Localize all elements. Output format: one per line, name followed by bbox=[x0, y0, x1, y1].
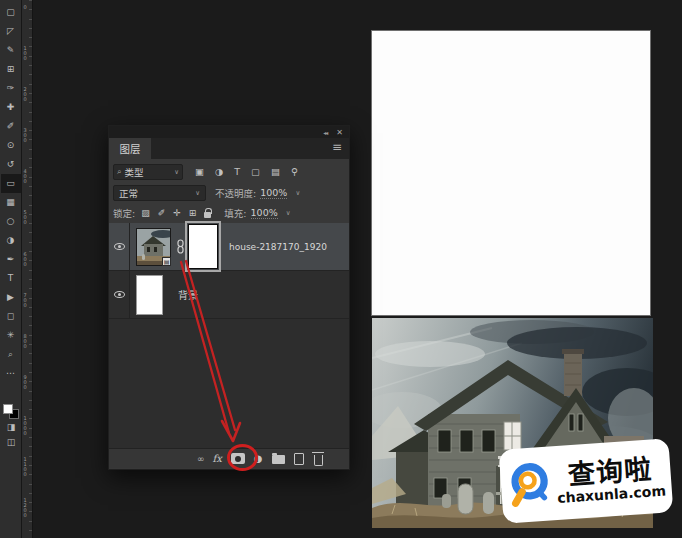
ruler-tick-slot: 500 bbox=[22, 209, 32, 250]
tool-button[interactable]: ✳ bbox=[1, 326, 21, 345]
eye-icon[interactable] bbox=[114, 243, 125, 250]
filter-icon[interactable]: T bbox=[234, 166, 240, 177]
lock-option-icon[interactable]: ⊞ bbox=[189, 208, 197, 218]
chevron-down-icon[interactable]: ∨ bbox=[295, 189, 300, 197]
visibility-cell[interactable] bbox=[109, 271, 130, 318]
layer-list: ▤ house-2187170_1920 背景 bbox=[109, 223, 349, 448]
panel-menu-icon[interactable]: ≡ bbox=[332, 138, 349, 159]
photoshop-workspace: ▢ ◸ ✎ ⊞ ✑ ✚ ✐ bbox=[0, 0, 682, 538]
layer-mask-thumbnail[interactable] bbox=[188, 224, 218, 269]
panel-tab-row: 图层 ≡ bbox=[109, 138, 349, 159]
filter-icon[interactable]: ◑ bbox=[215, 166, 223, 177]
lock-option-icon[interactable]: ✛ bbox=[173, 208, 181, 218]
blend-mode-select[interactable]: 正常 ∨ bbox=[113, 185, 206, 201]
tool-button[interactable]: ↺ bbox=[1, 155, 21, 174]
layer-thumbnail[interactable]: ▤ bbox=[136, 228, 171, 266]
tool-button[interactable]: ▶ bbox=[1, 288, 21, 307]
filter-kind-select[interactable]: ⌕ 类型 ∨ bbox=[113, 164, 183, 180]
ruler-tick-slot: 600 bbox=[22, 251, 32, 292]
tab-layers[interactable]: 图层 bbox=[109, 138, 151, 159]
tool-button[interactable]: ⋯ bbox=[1, 364, 21, 383]
tool-button[interactable]: ✚ bbox=[1, 98, 21, 117]
mask-link-icon[interactable] bbox=[176, 239, 185, 254]
color-swatches[interactable] bbox=[3, 404, 19, 419]
ruler-label: 1100 bbox=[22, 456, 28, 497]
chevron-down-icon[interactable]: ∨ bbox=[286, 209, 291, 217]
tool-button[interactable]: ⊙ bbox=[1, 136, 21, 155]
eye-icon[interactable] bbox=[114, 291, 125, 298]
foreground-color-swatch[interactable] bbox=[3, 404, 13, 414]
ruler-tick-slot: 800 bbox=[22, 333, 32, 374]
close-panel-icon[interactable]: ✕ bbox=[336, 128, 343, 137]
ruler-label: 800 bbox=[22, 333, 28, 374]
filter-icon[interactable]: ▣ bbox=[195, 166, 204, 177]
document-canvas[interactable] bbox=[372, 31, 650, 315]
ruler-label: 500 bbox=[22, 209, 28, 250]
quick-mask-icon[interactable]: ◨ bbox=[7, 422, 16, 437]
tool-button[interactable]: ✑ bbox=[1, 79, 21, 98]
lock-all-icon[interactable] bbox=[204, 212, 211, 218]
layer-name[interactable]: 背景 bbox=[178, 287, 198, 302]
tool-icon: ○ bbox=[7, 217, 15, 226]
filter-icon[interactable]: ▤ bbox=[271, 166, 280, 177]
tool-button[interactable]: ⌕ bbox=[1, 345, 21, 364]
layer-row-background[interactable]: 背景 bbox=[109, 271, 349, 319]
ruler-tick-slot: 700 bbox=[22, 292, 32, 333]
tool-icon: ▦ bbox=[6, 198, 15, 207]
ruler-tick-slot: 1000 bbox=[22, 415, 32, 456]
tool-button[interactable]: ✒ bbox=[1, 250, 21, 269]
filter-kind-label: 类型 bbox=[124, 165, 171, 179]
tool-button[interactable]: ⊞ bbox=[1, 60, 21, 79]
visibility-cell[interactable] bbox=[109, 223, 130, 270]
tool-button[interactable]: ✐ bbox=[1, 117, 21, 136]
tool-button[interactable]: ○ bbox=[1, 212, 21, 231]
lock-option-icon[interactable]: ▨ bbox=[141, 208, 150, 218]
tool-icon: ⊞ bbox=[7, 65, 15, 74]
tool-button[interactable]: ▦ bbox=[1, 193, 21, 212]
ruler-tick-slot: 1100 bbox=[22, 456, 32, 497]
watermark-text: 查询啦 chaxunla.com bbox=[555, 453, 667, 505]
ruler-tick-slot: 300 bbox=[22, 127, 32, 168]
tool-button[interactable]: ▢ bbox=[1, 3, 21, 22]
tool-button[interactable]: T bbox=[1, 269, 21, 288]
tool-button[interactable]: ◑ bbox=[1, 231, 21, 250]
lock-option-icon[interactable]: ✐ bbox=[158, 208, 166, 218]
panel-titlebar[interactable]: ◂◂ ✕ bbox=[109, 126, 349, 138]
tool-icon: ⊙ bbox=[7, 141, 15, 150]
tool-icon: ◸ bbox=[7, 27, 14, 36]
ruler-label: 0 bbox=[22, 4, 28, 45]
tool-icon: ↺ bbox=[7, 160, 15, 169]
chevron-down-icon: ∨ bbox=[195, 189, 200, 197]
layer-name[interactable]: house-2187170_1920 bbox=[229, 242, 327, 252]
tool-palette: ▢ ◸ ✎ ⊞ ✑ ✚ ✐ bbox=[0, 0, 22, 538]
lock-row: 锁定: ▨ ✐ ✛ ⊞ 填充: 100% ∨ bbox=[113, 205, 345, 221]
opacity-value[interactable]: 100% bbox=[260, 187, 287, 199]
screen-mode-icon[interactable]: ◫ bbox=[7, 437, 16, 452]
new-group-icon[interactable] bbox=[272, 455, 285, 464]
ruler-tick-slot: 200 bbox=[22, 86, 32, 127]
collapse-panel-icon[interactable]: ◂◂ bbox=[323, 129, 327, 136]
filter-icon[interactable]: ▢ bbox=[251, 166, 260, 177]
link-layers-icon[interactable]: ∞ bbox=[197, 454, 205, 464]
filter-icon[interactable]: ⚲ bbox=[291, 166, 298, 177]
layer-row-house[interactable]: ▤ house-2187170_1920 bbox=[109, 223, 349, 271]
tool-icon: ✑ bbox=[7, 84, 15, 93]
ruler-tick-slot: 900 bbox=[22, 374, 32, 415]
delete-layer-icon[interactable] bbox=[314, 455, 323, 466]
lock-label: 锁定: bbox=[113, 206, 135, 220]
tool-button[interactable]: ◸ bbox=[1, 22, 21, 41]
ruler-tick-slot: 1200 bbox=[22, 497, 32, 538]
opacity-label: 不透明度: bbox=[215, 186, 256, 200]
tool-button[interactable]: ◻ bbox=[1, 307, 21, 326]
tool-icon: T bbox=[8, 274, 14, 283]
tool-icon: ▭ bbox=[6, 179, 15, 188]
fill-value[interactable]: 100% bbox=[251, 207, 278, 219]
ruler-tick-slot: 100 bbox=[22, 45, 32, 86]
tool-icon: ✐ bbox=[7, 122, 15, 131]
tool-button[interactable]: ▭ bbox=[1, 174, 21, 193]
lock-icon-group: ▨ ✐ ✛ ⊞ bbox=[141, 208, 196, 218]
layer-style-fx-icon[interactable]: fx bbox=[213, 453, 222, 464]
layer-thumbnail[interactable] bbox=[136, 275, 163, 315]
new-layer-icon[interactable] bbox=[294, 453, 304, 465]
tool-button[interactable]: ✎ bbox=[1, 41, 21, 60]
